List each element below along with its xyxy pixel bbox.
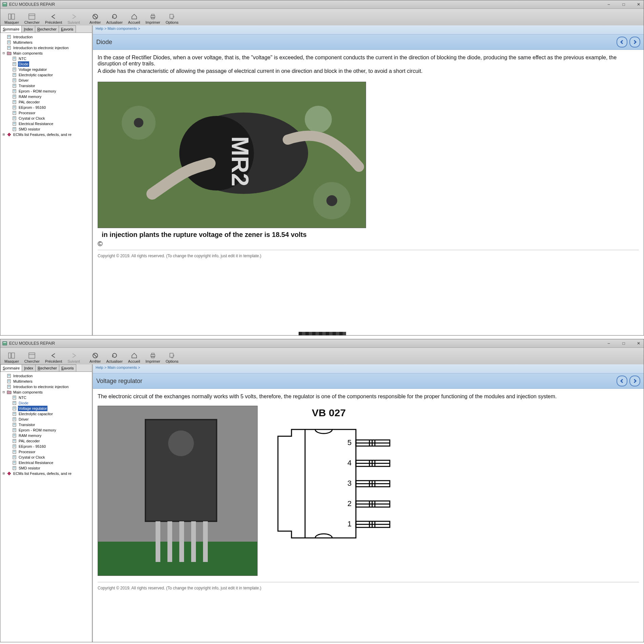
home-icon — [131, 353, 138, 359]
document-body[interactable]: In the case of Rectifier Diodes, when a … — [93, 50, 644, 335]
svg-rect-66 — [170, 353, 173, 357]
tree-item[interactable]: Driver — [6, 417, 91, 422]
tree-item[interactable]: Multimeters — [1, 379, 91, 384]
toolbar-home-button[interactable]: Accueil — [125, 13, 143, 25]
document-body[interactable]: The electronic circuit of the exchanges … — [93, 389, 644, 642]
stop-icon — [92, 353, 99, 359]
tree-item[interactable]: Driver — [6, 78, 91, 83]
tree-item[interactable]: PAL decoder — [6, 438, 91, 444]
window-minimize-button[interactable]: – — [606, 341, 612, 346]
toolbar-search-button[interactable]: Chercher — [22, 352, 42, 364]
refresh-icon — [111, 353, 118, 359]
tree-item[interactable]: Introduction to electronic injection — [1, 45, 91, 51]
window-close-button[interactable]: ✕ — [636, 2, 642, 7]
tree-item[interactable]: SMD resistor — [6, 465, 91, 471]
toolbar-back-button[interactable]: Précédent — [42, 352, 65, 364]
breadcrumb-help[interactable]: Help — [96, 365, 103, 369]
window-title: ECU MODULES REPAIR — [9, 341, 606, 346]
tree-item[interactable]: Processor — [6, 110, 91, 116]
tree-item[interactable]: ⊟Main components — [1, 51, 91, 56]
window-maximize-button[interactable]: □ — [621, 2, 627, 7]
tree-item[interactable]: Electrolytic capacitor — [6, 411, 91, 417]
tree-item[interactable]: Crystal or Clock — [6, 455, 91, 460]
breadcrumb-main-components[interactable]: Main components — [107, 26, 137, 31]
tree-item[interactable]: Diode — [6, 400, 91, 406]
svg-rect-58 — [12, 353, 15, 358]
toolbar-search-button[interactable]: Chercher — [22, 13, 42, 25]
tree-item[interactable]: ⊟Main components — [1, 389, 91, 395]
tree-item[interactable]: Crystal or Clock — [6, 116, 91, 121]
tree-item[interactable]: Electrical Resistance — [6, 121, 91, 126]
tab-index[interactable]: Index — [21, 25, 35, 33]
tree-item[interactable]: EEprom - 95160 — [6, 444, 91, 449]
tree-item[interactable]: Eprom - ROM memory — [6, 88, 91, 94]
tree-item[interactable]: Voltage regulator — [6, 406, 91, 411]
next-topic-button[interactable] — [629, 37, 640, 47]
app-icon — [2, 2, 7, 7]
tree-item[interactable]: Multimeters — [1, 40, 91, 45]
tree-item[interactable]: Electrical Resistance — [6, 460, 91, 465]
next-topic-button[interactable] — [629, 376, 640, 386]
tree-item[interactable]: RAM memory — [6, 94, 91, 99]
prev-topic-button[interactable] — [617, 37, 627, 47]
tab-favoris[interactable]: Eavoris — [59, 25, 76, 33]
tab-search[interactable]: Rechercher — [35, 25, 59, 33]
toolbar-hide-button[interactable]: Masquer — [2, 352, 22, 364]
tree-item[interactable]: RAM memory — [6, 433, 91, 438]
tree-item[interactable]: Diode — [6, 61, 91, 67]
tree-item[interactable]: Introduction to electronic injection — [1, 384, 91, 389]
chip-label: VB 027 — [312, 407, 346, 419]
svg-rect-102 — [98, 542, 257, 576]
tree-item[interactable]: PAL decoder — [6, 99, 91, 105]
navigation-panel: Sdocument.currentScript.previousElementS… — [0, 25, 93, 335]
breadcrumb-help[interactable]: Help — [96, 26, 103, 31]
tab-summary[interactable]: Sommaire — [0, 364, 22, 371]
tree-item[interactable]: Eprom - ROM memory — [6, 427, 91, 433]
toolbar-back-button[interactable]: Précédent — [42, 13, 65, 25]
svg-line-7 — [94, 15, 97, 18]
prev-topic-button[interactable] — [617, 376, 627, 386]
window-close-button[interactable]: ✕ — [636, 341, 642, 346]
hide-panel-icon — [8, 14, 15, 20]
tree-item[interactable]: Processor — [6, 449, 91, 455]
tree-item[interactable]: EEprom - 95160 — [6, 105, 91, 110]
toolbar-home-button[interactable]: Accueil — [125, 352, 143, 364]
svg-rect-105 — [156, 521, 160, 562]
tree-item[interactable]: Introduction — [1, 373, 91, 379]
breadcrumb-main-components[interactable]: Main components — [107, 365, 137, 369]
tree-item[interactable]: Electrolytic capacitor — [6, 72, 91, 78]
svg-rect-109 — [203, 521, 208, 562]
svg-text:1: 1 — [347, 520, 351, 528]
toolbar-refresh-button[interactable]: Actualiser — [104, 352, 125, 364]
tree-item[interactable]: NTC — [6, 56, 91, 61]
toolbar-options-button[interactable]: Options — [163, 13, 181, 25]
tab-search[interactable]: Rechercher — [35, 364, 59, 371]
tree-item[interactable]: Transistor — [6, 83, 91, 88]
tab-index[interactable]: Index — [22, 364, 36, 371]
toolbar-hide-button[interactable]: Masquer — [2, 13, 22, 25]
toolbar-refresh-button[interactable]: Actualiser — [104, 13, 125, 25]
page-title: Voltage regulator — [96, 378, 615, 385]
tree-item[interactable]: Transistor — [6, 422, 91, 427]
tab-summary[interactable]: Sdocument.currentScript.previousElementS… — [0, 25, 22, 33]
toolbar-print-button[interactable]: Imprimer — [143, 13, 163, 25]
regulator-photo — [98, 406, 258, 576]
tree-item[interactable]: SMD resistor — [6, 126, 91, 132]
tree-item[interactable]: ⊞ECMs list Features, defects, and re — [1, 132, 91, 137]
toolbar-stop-button[interactable]: Arrêter — [87, 13, 104, 25]
topic-tree[interactable]: IntroductionMultimetersIntroduction to e… — [0, 33, 92, 335]
toolbar-stop-button[interactable]: Arrêter — [87, 352, 104, 364]
hide-panel-icon — [8, 353, 15, 359]
tab-favoris[interactable]: Eavoris — [59, 364, 76, 371]
tree-item[interactable]: Voltage regulator — [6, 67, 91, 72]
tree-item[interactable]: ⊞ECMs list Features, defects, and re — [1, 471, 91, 476]
topic-tree[interactable]: IntroductionMultimetersIntroduction to e… — [0, 372, 92, 642]
toolbar-print-button[interactable]: Imprimer — [143, 352, 163, 364]
toolbar-options-button[interactable]: Options — [163, 352, 181, 364]
tree-item[interactable]: NTC — [6, 395, 91, 400]
print-icon — [149, 353, 156, 359]
window-maximize-button[interactable]: □ — [621, 341, 627, 346]
svg-rect-1 — [3, 3, 6, 4]
tree-item[interactable]: Introduction — [1, 34, 91, 40]
window-minimize-button[interactable]: – — [606, 2, 612, 7]
